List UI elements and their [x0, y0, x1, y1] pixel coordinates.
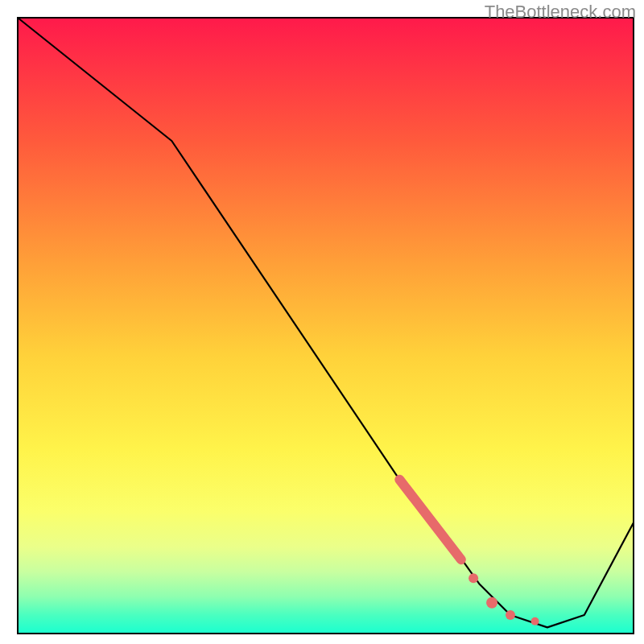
chart-container: TheBottleneck.com	[0, 0, 644, 644]
highlight-dot-4	[531, 617, 539, 625]
chart-svg	[0, 0, 644, 644]
watermark-text: TheBottleneck.com	[485, 2, 636, 23]
highlight-dot-3	[506, 610, 515, 620]
highlight-dot-1	[469, 573, 478, 583]
highlight-dot-2	[486, 597, 497, 609]
chart-background	[18, 18, 634, 634]
